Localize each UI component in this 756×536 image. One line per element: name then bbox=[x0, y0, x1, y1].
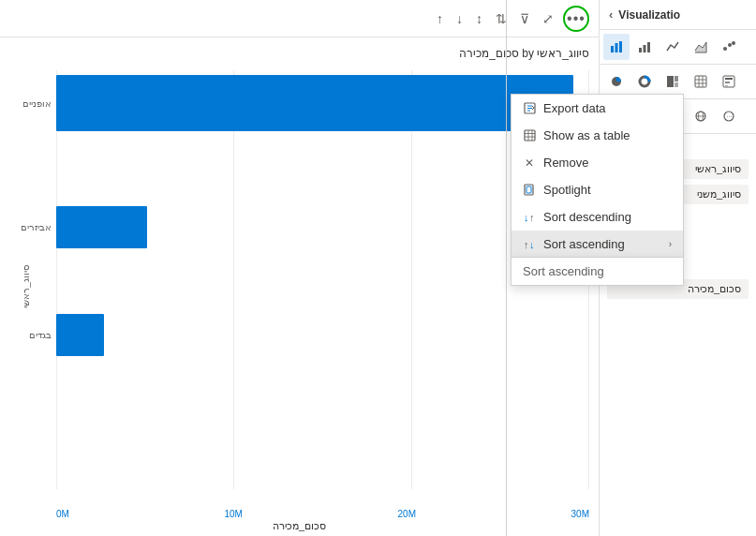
table-icon bbox=[523, 129, 536, 142]
svg-rect-13 bbox=[615, 43, 618, 52]
y-axis-label: סיווג_ראשי bbox=[21, 265, 31, 308]
svg-text:↓: ↓ bbox=[529, 239, 535, 250]
viz-icon-area[interactable] bbox=[688, 34, 714, 60]
sort-asc-menu-icon: ↑ ↓ bbox=[523, 238, 536, 251]
bar-fill-clothing bbox=[56, 314, 104, 356]
svg-rect-25 bbox=[674, 82, 678, 87]
sort-both-desc-icon[interactable]: ↕ bbox=[472, 9, 486, 28]
svg-text:↓: ↓ bbox=[524, 212, 529, 223]
svg-rect-24 bbox=[674, 76, 678, 82]
viz-icon-matrix[interactable] bbox=[716, 68, 742, 95]
remove-label: Remove bbox=[543, 156, 672, 170]
viz-icons-row-1 bbox=[600, 30, 756, 65]
viz-icon-bar[interactable] bbox=[603, 34, 630, 60]
viz-icon-donut[interactable] bbox=[631, 68, 658, 95]
sort-both-asc-icon[interactable]: ⇅ bbox=[492, 9, 511, 28]
chart-title: סיווג_ראשי by סכום_מכירה bbox=[459, 47, 589, 60]
x-label-0m: 0M bbox=[56, 509, 69, 519]
panel-header: ‹ Visualizatio bbox=[600, 0, 756, 30]
bar-label-accessories: אביזרים bbox=[0, 222, 52, 232]
menu-item-remove[interactable]: ✕ Remove bbox=[511, 149, 683, 176]
sort-desc-icon[interactable]: ↓ bbox=[452, 9, 467, 28]
viz-icon-line[interactable] bbox=[660, 34, 686, 60]
submenu-sort-asc[interactable]: Sort ascending bbox=[511, 258, 683, 285]
x-axis-title: סכום_מכירה bbox=[0, 520, 599, 532]
chart-toolbar: ↑ ↓ ↕ ⇅ ⊽ ⤢ ••• bbox=[0, 0, 599, 37]
sort-desc-label: Sort descending bbox=[543, 210, 672, 224]
bar-fill-accessories bbox=[56, 206, 147, 248]
svg-rect-23 bbox=[667, 76, 674, 87]
chart-area: סיווג_ראשי by סכום_מכירה אופניים אביזרים… bbox=[0, 37, 599, 536]
sort-asc-icon[interactable]: ↑ bbox=[433, 9, 447, 28]
export-icon bbox=[523, 102, 536, 115]
bar-chart: אופניים אביזרים בגדים bbox=[56, 70, 589, 489]
x-label-20m: 20M bbox=[398, 509, 416, 519]
spotlight-icon bbox=[523, 184, 536, 197]
export-label: Export data bbox=[543, 101, 672, 115]
ellipsis-icon: ••• bbox=[567, 11, 586, 26]
bar-row-clothing[interactable]: בגדים bbox=[56, 314, 589, 356]
menu-item-sort-desc[interactable]: ↓ ↑ Sort descending bbox=[511, 203, 683, 231]
svg-rect-26 bbox=[695, 76, 706, 87]
filter-icon[interactable]: ⊽ bbox=[516, 9, 533, 28]
spotlight-label: Spotlight bbox=[543, 183, 672, 197]
viz-icon-scatter[interactable] bbox=[716, 34, 742, 60]
menu-item-table[interactable]: Show as a table bbox=[511, 122, 683, 149]
bar-fill-bicycles bbox=[56, 75, 573, 131]
svg-text:↑: ↑ bbox=[524, 239, 529, 250]
svg-point-18 bbox=[723, 47, 727, 51]
viz-icon-custom[interactable]: ··· bbox=[716, 103, 742, 129]
chart-main-area: ↑ ↓ ↕ ⇅ ⊽ ⤢ ••• סיווג_ראשי by סכום_מכירה… bbox=[0, 0, 599, 536]
svg-text:···: ··· bbox=[727, 113, 733, 120]
viz-icon-table[interactable] bbox=[688, 68, 714, 95]
svg-point-20 bbox=[732, 41, 735, 45]
sort-desc-menu-icon: ↓ ↑ bbox=[523, 211, 536, 224]
svg-rect-12 bbox=[611, 46, 614, 52]
svg-rect-15 bbox=[639, 48, 642, 52]
vertical-divider bbox=[506, 0, 507, 536]
more-options-button[interactable]: ••• bbox=[563, 6, 589, 32]
viz-icon-column[interactable] bbox=[631, 34, 658, 60]
remove-icon: ✕ bbox=[523, 156, 536, 170]
svg-rect-34 bbox=[725, 85, 728, 87]
svg-rect-17 bbox=[647, 42, 650, 52]
table-label: Show as a table bbox=[543, 128, 672, 142]
viz-icon-pie[interactable] bbox=[603, 68, 630, 95]
x-label-10m: 10M bbox=[224, 509, 242, 519]
context-menu: Export data Show as a table ✕ Remove bbox=[511, 94, 684, 259]
bar-label-clothing: בגדים bbox=[0, 330, 52, 340]
svg-point-19 bbox=[728, 43, 732, 47]
submenu-sort-asc-label: Sort ascending bbox=[523, 264, 604, 278]
svg-rect-1 bbox=[525, 130, 535, 141]
viz-icon-map[interactable] bbox=[688, 103, 714, 129]
expand-icon[interactable]: ⤢ bbox=[539, 9, 557, 28]
sort-asc-submenu: Sort ascending bbox=[511, 257, 684, 286]
sort-asc-label: Sort ascending bbox=[543, 237, 661, 251]
menu-item-spotlight[interactable]: Spotlight bbox=[511, 176, 683, 203]
x-label-30m: 30M bbox=[571, 509, 589, 519]
svg-rect-32 bbox=[725, 78, 733, 80]
menu-item-export[interactable]: Export data bbox=[511, 95, 683, 122]
bar-label-bicycles: אופניים bbox=[0, 98, 52, 109]
panel-title: Visualizatio bbox=[613, 8, 747, 22]
svg-rect-33 bbox=[725, 82, 730, 83]
viz-icon-treemap[interactable] bbox=[660, 68, 686, 95]
menu-item-sort-asc[interactable]: ↑ ↓ Sort ascending › Sort ascending bbox=[511, 231, 683, 258]
svg-text:↑: ↑ bbox=[529, 212, 535, 223]
svg-rect-7 bbox=[526, 186, 531, 193]
bar-row-accessories[interactable]: אביזרים bbox=[56, 206, 589, 248]
svg-rect-14 bbox=[619, 41, 622, 52]
svg-rect-16 bbox=[644, 45, 646, 52]
bar-row-bicycles[interactable]: אופניים bbox=[56, 75, 589, 131]
x-axis: 0M 10M 20M 30M bbox=[56, 509, 589, 519]
sort-asc-chevron: › bbox=[669, 239, 672, 249]
